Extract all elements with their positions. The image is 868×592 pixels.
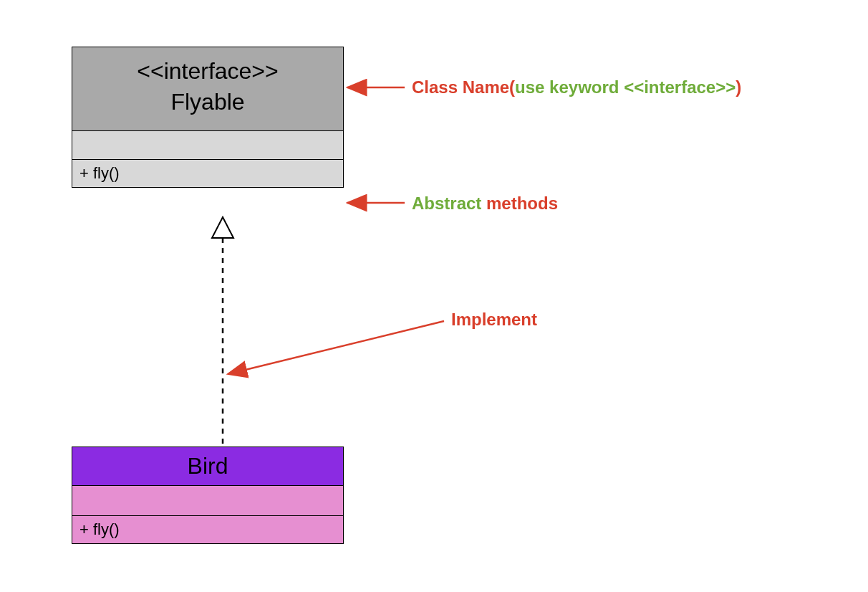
bird-method: + fly(): [72, 516, 343, 543]
abstract-word: Abstract: [412, 194, 481, 213]
interface-stereotype: <<interface>>: [72, 56, 343, 87]
bird-box: Bird + fly(): [72, 447, 344, 544]
annotation-classname: Class Name(use keyword <<interface>>): [412, 77, 741, 97]
interface-attributes: [72, 131, 343, 160]
interface-header: <<interface>> Flyable: [72, 47, 343, 131]
realization-arrowhead-icon: [212, 217, 233, 238]
interface-method: + fly(): [72, 160, 343, 187]
classname-prefix: Class Name(: [412, 77, 515, 97]
bird-name: Bird: [188, 453, 228, 479]
arrow-implement-icon: [228, 321, 444, 374]
methods-word: methods: [481, 194, 558, 213]
classname-suffix: ): [736, 77, 741, 97]
interface-name: Flyable: [72, 87, 343, 118]
classname-keyword: use keyword <<interface>>: [515, 77, 736, 97]
bird-header: Bird: [72, 447, 343, 486]
annotation-abstract-methods: Abstract methods: [412, 194, 558, 214]
interface-box: <<interface>> Flyable + fly(): [72, 47, 344, 188]
annotation-implement: Implement: [451, 310, 537, 330]
bird-attributes: [72, 486, 343, 516]
